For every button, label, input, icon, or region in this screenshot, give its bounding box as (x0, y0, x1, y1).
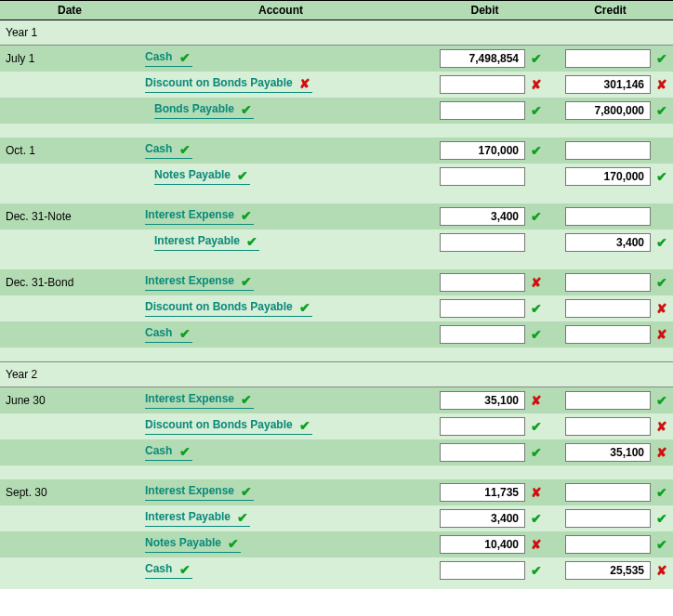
debit-cell: ✔ (422, 46, 548, 72)
account-link[interactable]: Interest Expense ✔ (145, 392, 254, 409)
account-link[interactable]: Interest Payable ✔ (154, 234, 259, 251)
account-link[interactable]: Cash ✔ (145, 326, 192, 343)
credit-input[interactable] (565, 233, 651, 252)
date-cell (0, 295, 139, 321)
debit-input[interactable] (440, 233, 525, 252)
credit-input[interactable] (565, 273, 651, 292)
journal-line: Dec. 31-NoteInterest Expense ✔✔ (0, 203, 673, 229)
debit-cell: ✘ (422, 269, 548, 295)
credit-input[interactable] (565, 535, 651, 554)
debit-input[interactable] (440, 273, 525, 292)
date-cell: July 1 (0, 46, 139, 72)
account-link[interactable]: Discount on Bonds Payable ✔ (145, 418, 312, 435)
debit-cell: ✘ (422, 479, 548, 505)
credit-cell: ✔ (548, 164, 673, 190)
debit-input[interactable] (440, 207, 525, 226)
spacer-row (0, 256, 673, 269)
account-link[interactable]: Interest Payable ✔ (145, 510, 250, 527)
debit-input[interactable] (440, 535, 525, 554)
credit-cell: ✘ (548, 72, 673, 98)
credit-input[interactable] (565, 561, 651, 580)
date-cell: Dec. 31-Bond (0, 269, 139, 295)
date-cell (0, 505, 139, 531)
journal-line: Interest Payable ✔✔ (0, 229, 673, 256)
journal-line: Discount on Bonds Payable ✔✔✘ (0, 413, 673, 439)
check-icon: ✔ (529, 327, 542, 342)
journal-line: Discount on Bonds Payable ✘✘✘ (0, 72, 673, 98)
account-link[interactable]: Notes Payable ✔ (154, 168, 250, 185)
credit-input[interactable] (565, 101, 651, 120)
check-icon: ✔ (529, 143, 542, 158)
cross-icon: ✘ (529, 537, 542, 552)
debit-cell: ✘ (422, 72, 548, 98)
journal-line: Notes Payable ✔✘✔ (0, 531, 673, 557)
check-icon: ✔ (654, 511, 667, 526)
debit-input[interactable] (440, 483, 525, 502)
credit-input[interactable] (565, 483, 651, 502)
credit-input[interactable] (565, 207, 651, 226)
debit-input[interactable] (440, 417, 525, 436)
debit-input[interactable] (440, 141, 525, 160)
journal-line: Cash ✔✔✘ (0, 439, 673, 465)
debit-input[interactable] (440, 443, 525, 462)
check-icon: ✔ (529, 301, 542, 316)
date-cell: Sept. 30 (0, 479, 139, 505)
check-icon: ✔ (241, 102, 254, 117)
credit-input[interactable] (565, 509, 651, 528)
debit-cell: ✔ (422, 557, 548, 583)
account-link[interactable]: Interest Expense ✔ (145, 274, 254, 291)
account-link[interactable]: Notes Payable ✔ (145, 536, 241, 553)
debit-cell: ✘ (422, 387, 548, 413)
journal-line: Dec. 31-BondInterest Expense ✔✘✔ (0, 269, 673, 295)
account-cell: Interest Expense ✔ (139, 387, 422, 413)
account-link[interactable]: Discount on Bonds Payable ✘ (145, 76, 312, 93)
credit-input[interactable] (565, 391, 651, 410)
check-icon: ✔ (179, 444, 192, 459)
check-icon: ✔ (241, 274, 254, 289)
credit-input[interactable] (565, 49, 651, 68)
credit-input[interactable] (565, 299, 651, 318)
check-icon: ✔ (241, 484, 254, 499)
account-link[interactable]: Bonds Payable ✔ (154, 102, 254, 119)
spacer-row (0, 190, 673, 203)
cross-icon: ✘ (529, 275, 542, 290)
credit-input[interactable] (565, 325, 651, 344)
account-link[interactable]: Cash ✔ (145, 562, 192, 579)
check-icon: ✔ (179, 562, 192, 577)
date-cell (0, 229, 139, 256)
credit-input[interactable] (565, 141, 651, 160)
account-link[interactable]: Discount on Bonds Payable ✔ (145, 300, 312, 317)
account-cell: Interest Expense ✔ (139, 203, 422, 229)
credit-input[interactable] (565, 443, 651, 462)
credit-input[interactable] (565, 75, 651, 94)
account-cell: Discount on Bonds Payable ✘ (139, 72, 422, 98)
credit-input[interactable] (565, 417, 651, 436)
debit-input[interactable] (440, 509, 525, 528)
debit-cell: ✔ (422, 98, 548, 124)
debit-input[interactable] (440, 299, 525, 318)
debit-input[interactable] (440, 49, 525, 68)
credit-input[interactable] (565, 167, 651, 186)
debit-cell: ✔ (422, 203, 548, 229)
journal-line: Oct. 1Cash ✔✔ (0, 138, 673, 164)
debit-input[interactable] (440, 561, 525, 580)
check-icon: ✔ (179, 50, 192, 65)
check-icon: ✔ (654, 393, 667, 408)
debit-input[interactable] (440, 75, 525, 94)
header-credit: Credit (548, 1, 673, 20)
account-label: Cash (145, 562, 172, 575)
debit-input[interactable] (440, 325, 525, 344)
account-link[interactable]: Interest Expense ✔ (145, 484, 254, 501)
check-icon: ✔ (654, 275, 667, 290)
debit-input[interactable] (440, 391, 525, 410)
cross-icon: ✘ (654, 419, 667, 434)
check-icon: ✔ (237, 168, 250, 183)
debit-input[interactable] (440, 101, 525, 120)
account-link[interactable]: Interest Expense ✔ (145, 208, 254, 225)
account-link[interactable]: Cash ✔ (145, 142, 192, 159)
account-link[interactable]: Cash ✔ (145, 444, 192, 461)
check-icon: ✔ (529, 209, 542, 224)
account-link[interactable]: Cash ✔ (145, 50, 192, 67)
year-label: Year 2 (0, 361, 673, 387)
debit-input[interactable] (440, 167, 525, 186)
